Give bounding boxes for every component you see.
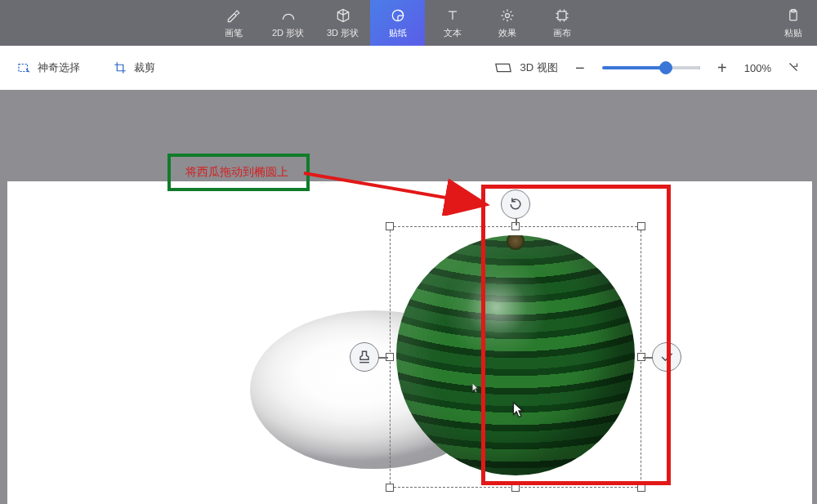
workspace: 将西瓜拖动到椭圆上: [0, 90, 817, 504]
text-icon: [444, 7, 461, 24]
tab-text[interactable]: 文本: [425, 0, 480, 46]
svg-rect-5: [19, 65, 28, 72]
magic-select-icon: [16, 60, 31, 75]
zoom-slider[interactable]: [602, 66, 700, 69]
svg-point-1: [505, 13, 509, 17]
stamp-icon: [356, 349, 373, 365]
zoom-in-button[interactable]: +: [715, 59, 730, 78]
annotation-target-rect: [481, 185, 671, 485]
crop-label: 裁剪: [134, 60, 155, 75]
tab-paste[interactable]: 粘贴: [775, 0, 812, 46]
tab-label: 贴纸: [389, 27, 407, 39]
zoom-percent-label: 100%: [744, 62, 771, 74]
resize-handle-tl[interactable]: [386, 222, 394, 230]
sticker-icon: [390, 7, 406, 24]
brush-icon: [225, 7, 242, 24]
view-3d-icon: [494, 61, 512, 74]
tab-effects[interactable]: 效果: [480, 0, 534, 46]
resize-handle-bl[interactable]: [386, 484, 394, 492]
cube-icon: [335, 7, 351, 24]
magic-select-label: 神奇选择: [38, 60, 80, 75]
magic-select-button[interactable]: 神奇选择: [16, 60, 80, 75]
tab-label: 效果: [498, 27, 516, 39]
zoom-out-button[interactable]: −: [573, 59, 587, 78]
crop-button[interactable]: 裁剪: [113, 60, 155, 75]
tab-label: 粘贴: [784, 27, 802, 39]
canvas-area[interactable]: [7, 181, 812, 504]
tab-sticker[interactable]: 贴纸: [370, 0, 425, 46]
stamp-button[interactable]: [350, 342, 379, 372]
view-3d-label: 3D 视图: [520, 60, 558, 75]
zoom-slider-thumb[interactable]: [659, 61, 672, 74]
circle-arc-icon: [280, 7, 297, 24]
zoom-reset-button[interactable]: [786, 60, 801, 77]
tab-label: 3D 形状: [327, 27, 359, 39]
canvas-icon: [554, 7, 570, 24]
tab-label: 2D 形状: [272, 27, 304, 39]
main-toolbar: 画笔 2D 形状 3D 形状 贴纸 文本 效果 画布: [0, 0, 817, 46]
tab-2d-shape[interactable]: 2D 形状: [261, 0, 315, 46]
sub-toolbar: 神奇选择 裁剪 3D 视图 − + 100%: [0, 46, 817, 90]
tab-brush[interactable]: 画笔: [206, 0, 261, 46]
view-3d-button[interactable]: 3D 视图: [494, 60, 558, 75]
tab-3d-shape[interactable]: 3D 形状: [315, 0, 370, 46]
sun-icon: [499, 7, 516, 24]
instruction-callout: 将西瓜拖动到椭圆上: [167, 154, 310, 191]
tab-canvas[interactable]: 画布: [534, 0, 589, 46]
instruction-text: 将西瓜拖动到椭圆上: [185, 165, 288, 180]
paste-icon: [785, 7, 801, 24]
zoom-reset-icon: [786, 60, 801, 74]
svg-rect-2: [558, 11, 566, 20]
crop-icon: [113, 60, 127, 75]
tab-label: 画笔: [225, 27, 243, 39]
zoom-controls: − + 100%: [573, 59, 771, 78]
tab-label: 画布: [553, 27, 571, 39]
tab-label: 文本: [444, 27, 462, 39]
